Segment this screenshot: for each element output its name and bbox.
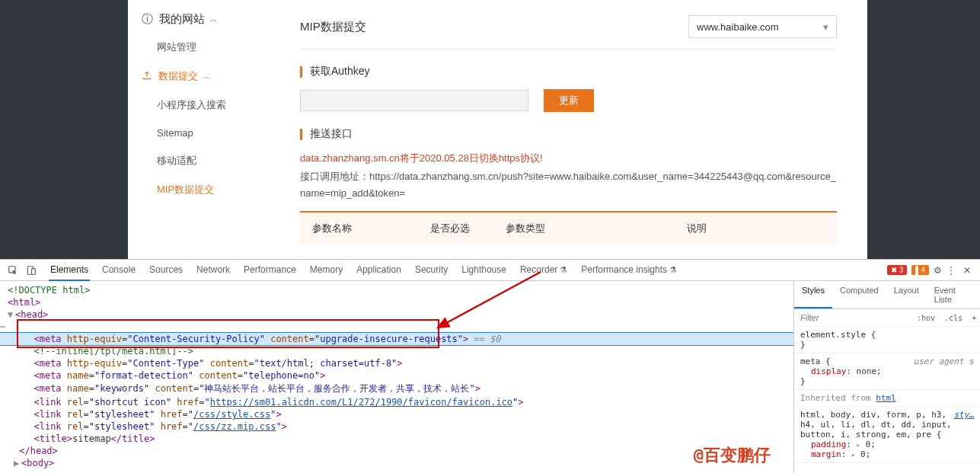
device-icon[interactable] — [24, 264, 38, 277]
app-root: ⓘ 我的网站 ︿ 网站管理 数据提交 ︿ 小程序接入搜索 Sitemap 移动适… — [0, 0, 980, 473]
tab-performance[interactable]: Performance — [242, 260, 298, 281]
sidebar-item-sitemap[interactable]: Sitemap — [128, 120, 270, 146]
devtools-tabs: Elements Console Sources Network Perform… — [49, 260, 678, 281]
tab-security[interactable]: Security — [413, 260, 449, 281]
authkey-section: 获取Authkey 更新 — [300, 65, 837, 112]
dom-head-open[interactable]: ▼<head> — [0, 308, 793, 321]
close-icon[interactable]: ✕ — [960, 265, 974, 276]
dom-head-close[interactable]: </head> — [0, 445, 793, 457]
page-area: ⓘ 我的网站 ︿ 网站管理 数据提交 ︿ 小程序接入搜索 Sitemap 移动适… — [0, 0, 980, 259]
flask-icon: ⚗ — [669, 265, 677, 274]
th-param-name: 参数名称 — [302, 214, 418, 243]
dom-comment[interactable]: <!--inline[/tpl/meta.html]--> — [0, 345, 793, 357]
sidebar-header[interactable]: ⓘ 我的网站 ︿ — [128, 6, 270, 33]
chevron-down-icon: ▾ — [823, 21, 828, 33]
content-header: MIP数据提交 www.haibaike.com ▾ — [300, 15, 837, 50]
warning-text: data.zhanzhang.sm.cn将于2020.05.28日切换https… — [300, 152, 837, 165]
content-wrap: MIP数据提交 www.haibaike.com ▾ 获取Authkey 更新 — [270, 0, 881, 259]
styles-tab-event[interactable]: Event Liste — [927, 281, 980, 308]
site-selected-value: www.haibaike.com — [697, 21, 779, 33]
rule-element-style[interactable]: element.style { } — [794, 327, 980, 353]
tab-lighthouse[interactable]: Lighthouse — [460, 260, 508, 281]
error-badge[interactable]: ✖ 3 — [887, 265, 907, 275]
dom-meta-fd[interactable]: <meta name="format-detection" content="t… — [0, 369, 793, 382]
site-selector[interactable]: www.haibaike.com ▾ — [688, 15, 837, 38]
update-button[interactable]: 更新 — [544, 89, 594, 112]
dom-meta-ct[interactable]: <meta http-equiv="Content-Type" content=… — [0, 357, 793, 369]
add-rule-icon[interactable]: + — [967, 311, 980, 325]
right-gutter — [881, 0, 980, 259]
api-url-text: 接口调用地址：https://data.zhanzhang.sm.cn/push… — [300, 168, 837, 202]
left-gutter — [0, 0, 128, 259]
dom-doctype[interactable]: <!DOCTYPE html> — [0, 284, 793, 296]
push-section: 推送接口 data.zhanzhang.sm.cn将于2020.05.28日切换… — [300, 127, 837, 244]
sidebar-item-mobile-adapt[interactable]: 移动适配 — [128, 146, 270, 175]
kebab-icon[interactable]: ⋮ — [946, 265, 956, 276]
dom-html-open[interactable]: <html> — [0, 296, 793, 308]
styles-tab-computed[interactable]: Computed — [832, 281, 886, 308]
styles-filter-input[interactable] — [794, 309, 912, 326]
sidebar: ⓘ 我的网站 ︿ 网站管理 数据提交 ︿ 小程序接入搜索 Sitemap 移动适… — [128, 0, 270, 259]
dom-link-css1[interactable]: <link rel="stylesheet" href="/css/style.… — [0, 408, 793, 420]
authkey-title: 获取Authkey — [300, 65, 837, 78]
dom-body-open[interactable]: ▶<body> — [0, 457, 793, 469]
tab-network[interactable]: Network — [195, 260, 231, 281]
orange-bar-icon — [300, 129, 302, 140]
styles-tabs: Styles Computed Layout Event Liste — [794, 281, 980, 309]
push-title: 推送接口 — [300, 127, 837, 141]
info-icon: ⓘ — [142, 12, 153, 27]
tab-console[interactable]: Console — [101, 260, 137, 281]
dom-line-dots[interactable]: ⋯ — [0, 321, 793, 333]
orange-bar-icon — [300, 66, 302, 78]
devtools-body: <!DOCTYPE html> <html> ▼<head> ⋯ <meta h… — [0, 281, 980, 473]
th-param-type: 参数类型 — [495, 214, 675, 243]
tab-elements[interactable]: Elements — [49, 260, 90, 281]
styles-filter-row: :hov .cls + — [794, 309, 980, 327]
tab-recorder[interactable]: Recorder⚗ — [519, 260, 569, 281]
styles-tab-styles[interactable]: Styles — [794, 281, 832, 308]
page-title: MIP数据提交 — [300, 20, 366, 34]
sidebar-item-data-submit[interactable]: 数据提交 ︿ — [128, 62, 270, 91]
sidebar-item-site-manage[interactable]: 网站管理 — [128, 33, 270, 62]
chevron-up-icon: ︿ — [203, 71, 211, 82]
sidebar-item-mip-submit[interactable]: MIP数据提交 — [128, 175, 270, 204]
upload-icon — [142, 70, 152, 83]
th-required: 是否必选 — [420, 214, 493, 243]
devtools-toolbar: Elements Console Sources Network Perform… — [0, 260, 980, 281]
dom-title[interactable]: <title>sitemap</title> — [0, 433, 793, 445]
hov-button[interactable]: :hov — [912, 311, 940, 325]
dom-link-icon[interactable]: <link rel="shortcut icon" href="https://… — [0, 396, 793, 408]
styles-tab-layout[interactable]: Layout — [886, 281, 927, 308]
gear-icon[interactable]: ⚙ — [934, 265, 942, 276]
rule-meta[interactable]: user agent s meta { display: none; } — [794, 353, 980, 390]
watermark-label: @百变鹏仔 — [694, 444, 771, 467]
rule-html[interactable]: sty… html, body, div, form, p, h3, h4, u… — [794, 407, 980, 463]
dom-link-css2[interactable]: <link rel="stylesheet" href="/css/zz.mip… — [0, 420, 793, 433]
th-description: 说明 — [676, 214, 835, 243]
tab-perf-insights[interactable]: Performance insights⚗ — [579, 260, 678, 281]
elements-panel[interactable]: <!DOCTYPE html> <html> ▼<head> ⋯ <meta h… — [0, 281, 793, 473]
authkey-input[interactable] — [300, 90, 528, 111]
flask-icon: ⚗ — [560, 265, 567, 274]
tab-sources[interactable]: Sources — [148, 260, 184, 281]
svg-rect-2 — [32, 268, 36, 274]
warn-badge[interactable]: ▌4 — [911, 265, 929, 275]
sidebar-item-miniprogram[interactable]: 小程序接入搜索 — [128, 91, 270, 120]
inspect-icon[interactable] — [6, 264, 20, 277]
tab-application[interactable]: Application — [355, 260, 403, 281]
chevron-up-icon: ︿ — [209, 14, 218, 25]
params-table: 参数名称 是否必选 参数类型 说明 — [300, 211, 837, 244]
styles-panel: Styles Computed Layout Event Liste :hov … — [793, 281, 980, 473]
content: MIP数据提交 www.haibaike.com ▾ 获取Authkey 更新 — [270, 0, 867, 259]
devtools: Elements Console Sources Network Perform… — [0, 259, 980, 473]
dom-selected-meta[interactable]: <meta http-equiv="Content-Security-Polic… — [0, 333, 793, 345]
cls-button[interactable]: .cls — [940, 311, 967, 325]
tab-memory[interactable]: Memory — [308, 260, 344, 281]
sidebar-header-label: 我的网站 — [159, 12, 205, 27]
dom-meta-kw[interactable]: <meta name="keywords" content="神马站长平台，站长… — [0, 382, 793, 396]
inherited-label: Inherited from html — [794, 390, 980, 407]
